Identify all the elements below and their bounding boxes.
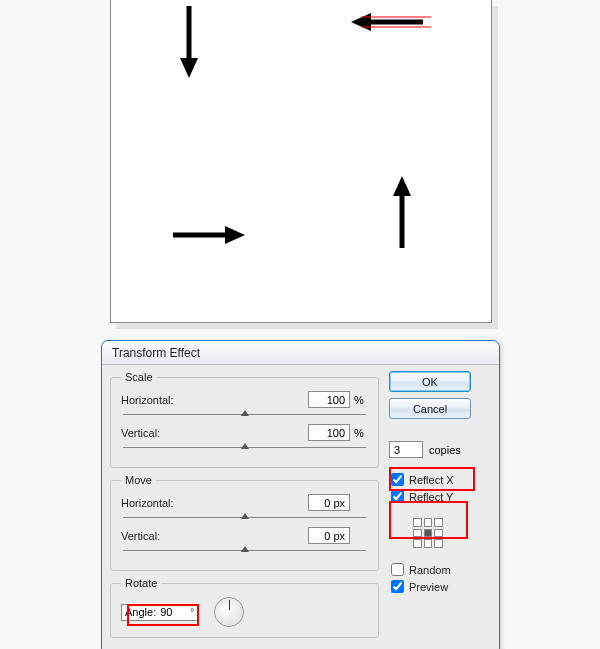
move-vertical-input[interactable] <box>308 527 350 544</box>
ok-button[interactable]: OK <box>389 371 471 392</box>
scale-horizontal-input[interactable] <box>308 391 350 408</box>
transform-effect-dialog: Transform Effect Scale Horizontal: % Ver… <box>101 340 500 649</box>
random-label: Random <box>409 564 451 576</box>
rotate-dial[interactable] <box>214 597 244 627</box>
anchor-point-grid[interactable] <box>413 518 443 548</box>
move-horizontal-input[interactable] <box>308 494 350 511</box>
svg-marker-1 <box>180 58 198 78</box>
canvas-artboard <box>110 0 492 323</box>
preview-label: Preview <box>409 581 448 593</box>
copies-row: copies <box>389 441 489 458</box>
scale-vertical-unit: % <box>350 427 368 439</box>
dialog-right-column: OK Cancel copies Reflect X Reflect Y <box>379 371 489 644</box>
move-vertical-slider[interactable] <box>121 546 368 556</box>
degree-symbol: ° <box>190 607 194 618</box>
rotate-legend: Rotate <box>121 577 161 589</box>
rotate-angle-label: Angle: <box>125 606 156 618</box>
rotate-group: Rotate Angle: ° <box>110 577 379 638</box>
preview-row[interactable]: Preview <box>391 578 487 595</box>
rotate-angle-input[interactable] <box>160 606 188 618</box>
dialog-body: Scale Horizontal: % Vertical: % <box>102 365 499 649</box>
arrow-down <box>180 6 198 78</box>
scale-horizontal-label: Horizontal: <box>121 394 183 406</box>
reflect-x-checkbox[interactable] <box>391 473 404 486</box>
reflect-group: Reflect X Reflect Y <box>389 468 489 508</box>
scale-vertical-label: Vertical: <box>121 427 183 439</box>
arrow-up <box>393 176 411 248</box>
reflect-x-label: Reflect X <box>409 474 454 486</box>
move-horizontal-slider[interactable] <box>121 513 368 523</box>
random-checkbox[interactable] <box>391 563 404 576</box>
preview-checkbox[interactable] <box>391 580 404 593</box>
dialog-title: Transform Effect <box>112 346 200 360</box>
move-vertical-label: Vertical: <box>121 530 183 542</box>
cancel-button[interactable]: Cancel <box>389 398 471 419</box>
move-horizontal-label: Horizontal: <box>121 497 183 509</box>
scale-horizontal-slider[interactable] <box>121 410 368 420</box>
copies-input[interactable] <box>389 441 423 458</box>
reflect-y-checkbox[interactable] <box>391 490 404 503</box>
svg-marker-3 <box>351 13 371 31</box>
dialog-titlebar[interactable]: Transform Effect <box>102 341 499 365</box>
move-legend: Move <box>121 474 156 486</box>
scale-vertical-slider[interactable] <box>121 443 368 453</box>
arrow-left-selected <box>351 13 431 31</box>
misc-options: Random Preview <box>389 558 489 598</box>
reflect-y-row[interactable]: Reflect Y <box>391 488 487 505</box>
canvas-svg <box>111 0 491 321</box>
svg-marker-9 <box>393 176 411 196</box>
random-row[interactable]: Random <box>391 561 487 578</box>
dialog-left-column: Scale Horizontal: % Vertical: % <box>110 371 379 644</box>
scale-legend: Scale <box>121 371 157 383</box>
scale-group: Scale Horizontal: % Vertical: % <box>110 371 379 468</box>
copies-label: copies <box>429 444 461 456</box>
reflect-x-row[interactable]: Reflect X <box>391 471 487 488</box>
scale-vertical-input[interactable] <box>308 424 350 441</box>
move-group: Move Horizontal: Vertical: <box>110 474 379 571</box>
svg-marker-7 <box>225 226 245 244</box>
arrow-right <box>173 226 245 244</box>
rotate-angle-field[interactable]: Angle: ° <box>121 604 198 621</box>
scale-horizontal-unit: % <box>350 394 368 406</box>
anchor-center[interactable] <box>424 529 433 538</box>
reflect-y-label: Reflect Y <box>409 491 453 503</box>
